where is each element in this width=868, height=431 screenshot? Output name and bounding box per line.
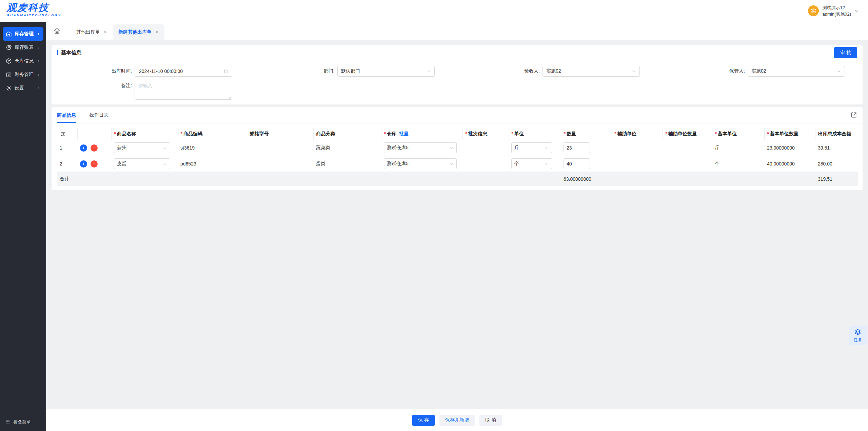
- base-quantity: 23.00000000: [764, 140, 815, 156]
- chevron-down-icon: [836, 69, 841, 74]
- required-marker: *: [466, 131, 467, 136]
- column-header-label: 数量: [567, 131, 576, 136]
- brand-name: 观麦科技: [7, 3, 61, 13]
- batch-info: -: [462, 156, 509, 172]
- task-label: 任务: [853, 337, 862, 343]
- sidebar-item-4[interactable]: 设置: [3, 81, 43, 95]
- warehouse-icon: [6, 31, 12, 37]
- add-row-button[interactable]: +: [80, 160, 87, 168]
- tab-label: 新建其他出库单: [118, 29, 152, 35]
- goods-name-select[interactable]: 蒜头: [114, 142, 170, 153]
- quantity-input[interactable]: [564, 142, 590, 153]
- chevron-down-icon: [545, 162, 549, 166]
- close-icon[interactable]: [103, 30, 107, 34]
- out-time-input[interactable]: [138, 68, 224, 74]
- required-marker: *: [181, 131, 182, 136]
- row-ops: + −: [80, 160, 108, 168]
- finance-icon: [6, 72, 12, 78]
- required-marker: *: [384, 131, 386, 136]
- required-marker: *: [564, 131, 566, 136]
- batch-link[interactable]: 批量: [399, 131, 409, 136]
- sidebar-item-label: 财务管理: [15, 72, 34, 78]
- chevron-down-icon: [163, 162, 167, 166]
- warehouse-select[interactable]: 测试仓库5: [384, 158, 457, 169]
- table-column-header-7: *批次信息: [462, 128, 509, 140]
- open-tab-1[interactable]: 新建其他出库单: [113, 24, 164, 40]
- row-index: 2: [57, 156, 77, 172]
- title-accent-bar: [57, 50, 58, 55]
- goods-table: *商品名称*商品编码规格型号商品分类*仓库批量*批次信息*单位*数量*辅助单位*…: [57, 128, 858, 186]
- chevron-down-icon: [854, 8, 859, 13]
- chevron-down-icon: [545, 146, 549, 150]
- column-header-label: 单位: [514, 131, 524, 136]
- sidebar-item-0[interactable]: 库存管理: [3, 27, 43, 41]
- sidebar-item-label: 仓库信息: [15, 58, 34, 64]
- quantity-input[interactable]: [564, 158, 590, 169]
- cancel-button[interactable]: 取 消: [479, 415, 502, 426]
- hexagon-box-icon: [6, 58, 12, 64]
- home-icon[interactable]: [54, 27, 60, 34]
- column-header-label: 辅助单位数量: [668, 131, 697, 136]
- close-icon[interactable]: [155, 30, 159, 34]
- user-name: 测试演示12: [822, 4, 851, 11]
- base-quantity: 40.00000000: [764, 156, 815, 172]
- gear-icon: [6, 85, 12, 91]
- collapse-menu-label: 折叠菜单: [13, 419, 31, 425]
- sidebar-item-label: 库存账表: [15, 44, 34, 51]
- detail-tab-1[interactable]: 操作日志: [90, 107, 108, 123]
- detail-tab-label: 操作日志: [90, 112, 108, 118]
- column-header-label: 商品名称: [117, 131, 136, 136]
- table-total-row: 合计 63.00000000 319.51: [57, 172, 858, 187]
- collapse-menu-button[interactable]: 折叠菜单: [5, 419, 31, 426]
- required-marker: *: [114, 131, 116, 136]
- app-root: 观麦科技 GUANMAITECHNOLOGY 实 测试演示12 admin(实施…: [0, 0, 868, 431]
- keeper-label: 保管人:: [640, 68, 748, 74]
- tab-bar: 其他出库单新建其他出库单: [46, 22, 868, 40]
- column-header-label: 出库总成本金额: [818, 131, 851, 136]
- export-icon[interactable]: [850, 112, 857, 118]
- keeper-select[interactable]: 实施02: [748, 66, 845, 77]
- tab-divider: [66, 27, 66, 35]
- detail-tab-0[interactable]: 商品信息: [57, 107, 76, 123]
- task-float-button[interactable]: 任务: [849, 326, 867, 345]
- out-time-label: 出库时间:: [52, 68, 135, 74]
- unit-select[interactable]: 斤: [511, 142, 552, 153]
- save-button[interactable]: 保 存: [412, 415, 435, 426]
- remove-row-button[interactable]: −: [91, 160, 98, 168]
- remark-label: 备注:: [52, 81, 135, 89]
- out-time-field[interactable]: [135, 66, 232, 77]
- goods-tab-row: 商品信息操作日志: [52, 107, 863, 123]
- user-menu[interactable]: 实 测试演示12 admin(实施02): [808, 0, 859, 22]
- table-column-header-12: *基本单位: [712, 128, 764, 140]
- unit-select[interactable]: 个: [511, 158, 552, 169]
- dept-label: 部门:: [232, 68, 337, 74]
- remove-row-button[interactable]: −: [91, 144, 98, 152]
- save-and-new-button[interactable]: 保存并新增: [439, 415, 475, 426]
- add-row-button[interactable]: +: [80, 144, 87, 152]
- chevron-down-icon: [449, 162, 454, 166]
- brand-logo: 观麦科技 GUANMAITECHNOLOGY: [7, 3, 61, 17]
- open-tab-0[interactable]: 其他出库单: [71, 24, 113, 40]
- column-settings-icon[interactable]: [60, 131, 66, 137]
- pie-chart-icon: [6, 44, 12, 51]
- sidebar-item-2[interactable]: 仓库信息: [3, 54, 43, 68]
- sidebar-item-label: 库存管理: [15, 31, 34, 37]
- tab-label: 其他出库单: [76, 29, 100, 35]
- inspector-select[interactable]: 实施02: [542, 66, 640, 77]
- required-marker: *: [512, 131, 513, 136]
- aux-unit: -: [612, 156, 663, 172]
- goods-name-select[interactable]: 皮蛋: [114, 158, 170, 169]
- chevron-right-icon: [37, 86, 40, 90]
- warehouse-select[interactable]: 测试仓库5: [384, 142, 457, 153]
- sidebar-item-3[interactable]: 财务管理: [3, 68, 43, 81]
- aux-quantity: -: [663, 156, 712, 172]
- audit-button[interactable]: 审 核: [834, 47, 857, 58]
- batch-info: -: [462, 140, 509, 156]
- table-column-header-3: *商品编码: [178, 128, 247, 140]
- sidebar-item-1[interactable]: 库存账表: [3, 41, 43, 54]
- remark-textarea[interactable]: [135, 81, 232, 100]
- chevron-right-icon: [37, 46, 40, 50]
- table-column-header-13: *基本单位数量: [764, 128, 815, 140]
- dept-select[interactable]: 默认部门: [337, 66, 435, 77]
- sidebar: 库存管理库存账表仓库信息财务管理设置 折叠菜单: [0, 22, 46, 431]
